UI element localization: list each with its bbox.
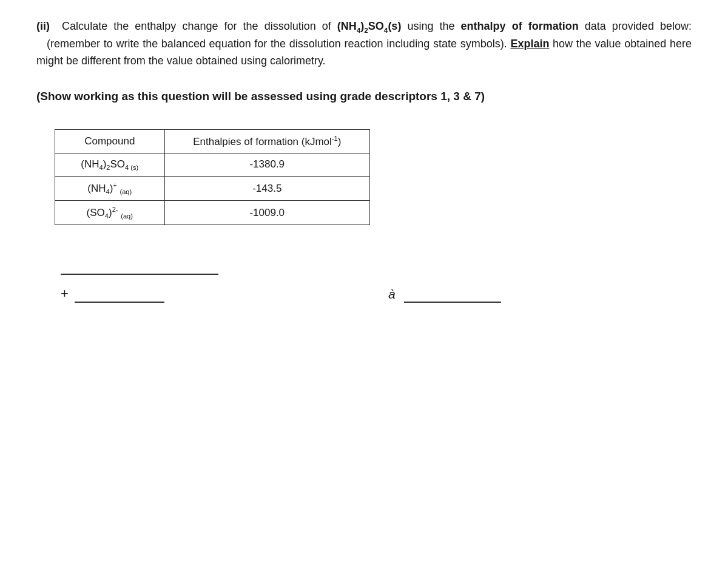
question-label: (ii) xyxy=(36,20,50,32)
question-paragraph: (ii) Calculate the enthalpy change for t… xyxy=(36,18,692,70)
table-header-row: Compound Enthalpies of formation (kJmol-… xyxy=(55,130,370,154)
value-cell-2: -143.5 xyxy=(164,177,369,201)
compound-cell-3: (SO4)2- (aq) xyxy=(55,201,165,225)
compound-cell-2: (NH4)+ (aq) xyxy=(55,177,165,201)
page-content: (ii) Calculate the enthalpy change for t… xyxy=(36,18,692,303)
data-table-section: Compound Enthalpies of formation (kJmol-… xyxy=(36,129,692,225)
value-cell-1: -1380.9 xyxy=(164,153,369,176)
a-italic-label: à xyxy=(388,287,396,303)
value-cell-3: -1009.0 xyxy=(164,201,369,225)
explain-label: Explain xyxy=(510,38,549,50)
answer-line-2 xyxy=(75,302,164,303)
question-block: (ii) Calculate the enthalpy change for t… xyxy=(36,18,692,70)
compound-cell-1: (NH4)2SO4 (s) xyxy=(55,153,165,176)
table-row: (NH4)+ (aq) -143.5 xyxy=(55,177,370,201)
answer-line-1 xyxy=(61,274,218,275)
plus-sign: + xyxy=(61,286,69,303)
enthalpy-table: Compound Enthalpies of formation (kJmol-… xyxy=(55,129,370,225)
table-row: (NH4)2SO4 (s) -1380.9 xyxy=(55,153,370,176)
col-header-compound: Compound xyxy=(55,130,165,154)
answer-line-3 xyxy=(404,302,501,303)
show-working-text: (Show working as this question will be a… xyxy=(36,88,692,106)
col-header-enthalpy: Enthalpies of formation (kJmol-1) xyxy=(164,130,369,154)
table-row: (SO4)2- (aq) -1009.0 xyxy=(55,201,370,225)
bold-phrase: enthalpy of formation xyxy=(461,20,579,32)
show-working-block: (Show working as this question will be a… xyxy=(36,88,692,106)
compound-formula: (NH4)2SO4(s) xyxy=(337,20,402,32)
